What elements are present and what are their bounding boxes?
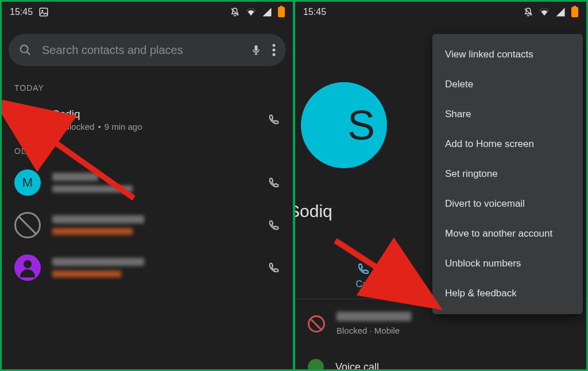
call-button-icon[interactable] (268, 176, 280, 189)
redacted-sub (52, 228, 133, 235)
redacted-name (52, 173, 98, 181)
call-name: Sodiq (52, 108, 256, 121)
contact-name: Sodiq (295, 202, 332, 221)
redacted-sub (52, 270, 121, 277)
dnd-icon (230, 7, 240, 17)
redacted-number (336, 312, 411, 321)
svg-text:×: × (266, 7, 269, 13)
blocked-avatar-icon (14, 212, 41, 238)
phone-icon (357, 262, 370, 276)
image-icon (38, 7, 49, 17)
menu-share[interactable]: Share (432, 99, 583, 129)
blocked-avatar-icon (14, 106, 41, 133)
call-row[interactable] (2, 249, 293, 287)
voice-call-icon (308, 359, 324, 369)
svg-point-1 (41, 10, 43, 11)
svg-text:×: × (560, 7, 563, 13)
signal-icon: × (555, 7, 566, 17)
overflow-menu: View linked contacts Delete Share Add to… (432, 34, 583, 314)
svg-point-9 (273, 53, 276, 56)
battery-icon (571, 7, 578, 17)
status-bar: 15:45 × (2, 2, 293, 22)
voice-call-row[interactable]: Voice call (295, 354, 586, 369)
wifi-icon (539, 7, 550, 17)
section-older: OLDER (2, 144, 293, 164)
section-today: TODAY (2, 81, 293, 101)
incoming-blocked-icon (52, 122, 60, 130)
redacted-sub (52, 186, 133, 192)
call-button-icon[interactable] (268, 261, 280, 274)
call-button-icon[interactable] (268, 219, 280, 231)
more-icon[interactable] (272, 44, 276, 56)
call-row-blocked[interactable]: Sodiq Blocked • 9 min ago (2, 101, 293, 138)
battery-icon (278, 7, 285, 17)
recents-screen: 15:45 × Search (2, 2, 293, 369)
menu-divert-voicemail[interactable]: Divert to voicemail (432, 189, 583, 219)
menu-delete[interactable]: Delete (432, 69, 583, 99)
letter-avatar: M (14, 169, 41, 196)
redacted-name (52, 258, 144, 266)
menu-add-home[interactable]: Add to Home screen (432, 129, 583, 159)
svg-rect-6 (255, 45, 258, 51)
svg-point-7 (273, 44, 276, 47)
signal-icon: × (262, 7, 272, 17)
mic-icon[interactable] (250, 43, 262, 57)
menu-unblock[interactable]: Unblock numbers (432, 249, 583, 279)
contact-detail-screen: 15:45 × S Sodiq Call (295, 2, 586, 369)
search-placeholder: Search contacts and places (42, 44, 240, 57)
dnd-icon (523, 7, 533, 17)
menu-move-account[interactable]: Move to another account (432, 219, 583, 249)
status-time: 15:45 (303, 7, 326, 17)
call-button-icon[interactable] (268, 113, 280, 126)
menu-help[interactable]: Help & feedback (432, 279, 583, 308)
voice-call-label: Voice call (335, 361, 379, 370)
call-row[interactable] (2, 206, 293, 244)
blocked-icon (308, 315, 325, 333)
svg-point-4 (21, 45, 28, 53)
number-subtitle: Blocked · Mobile (336, 326, 574, 335)
menu-view-linked[interactable]: View linked contacts (432, 40, 583, 69)
wifi-icon (246, 7, 256, 17)
redacted-name (52, 215, 144, 223)
status-time: 15:45 (10, 7, 33, 17)
status-bar: 15:45 × (295, 2, 586, 22)
contact-avatar: S (301, 82, 387, 168)
search-icon (19, 44, 32, 56)
search-bar[interactable]: Search contacts and places (9, 34, 286, 66)
call-action[interactable]: Call (301, 252, 427, 299)
call-row[interactable]: M (2, 164, 293, 202)
svg-rect-0 (40, 8, 48, 16)
svg-point-8 (273, 49, 276, 52)
person-avatar-icon (14, 254, 41, 281)
svg-line-5 (27, 52, 30, 55)
menu-set-ringtone[interactable]: Set ringtone (432, 159, 583, 189)
call-subtitle: Blocked • 9 min ago (52, 122, 256, 132)
